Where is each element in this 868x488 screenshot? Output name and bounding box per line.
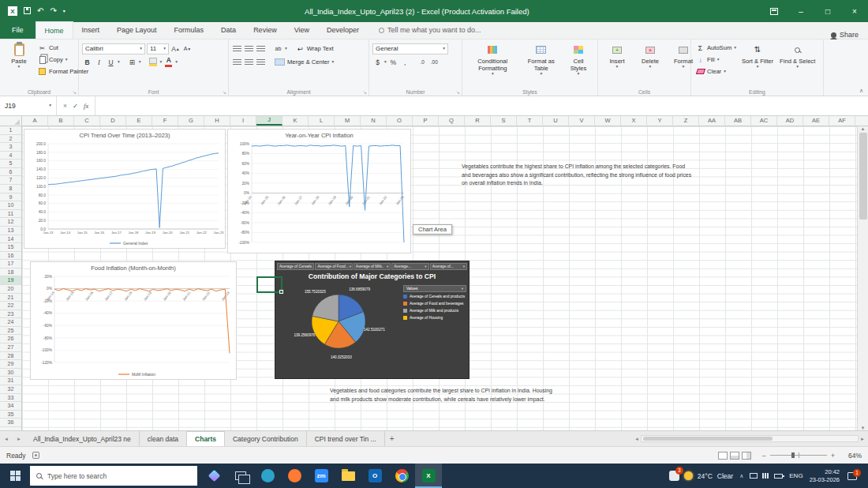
- save-icon[interactable]: [24, 7, 31, 16]
- taskbar-app-firefox[interactable]: [281, 464, 308, 488]
- row-header-13[interactable]: 13: [0, 227, 21, 235]
- row-header-22[interactable]: 22: [0, 302, 21, 310]
- row-header-31[interactable]: 31: [0, 377, 21, 385]
- page-break-view-icon[interactable]: [742, 452, 751, 460]
- row-header-2[interactable]: 2: [0, 135, 21, 144]
- align-top-button[interactable]: [232, 43, 242, 54]
- row-header-24[interactable]: 24: [0, 318, 21, 327]
- hscroll-right-icon[interactable]: ►: [860, 437, 865, 441]
- row-header-10[interactable]: 10: [0, 201, 21, 210]
- font-color-button[interactable]: A: [163, 57, 174, 68]
- tell-me-box[interactable]: Tell me what you want to do...: [379, 21, 481, 39]
- number-dialog-launcher[interactable]: ↘: [456, 89, 460, 95]
- merge-center-button[interactable]: Merge & Center ▾: [273, 56, 335, 68]
- row-header-33[interactable]: 33: [0, 394, 21, 403]
- grid-cells[interactable]: CPI Trend Over Time (2013–2023)200.0180.…: [22, 126, 857, 430]
- column-header-Y[interactable]: Y: [647, 116, 673, 126]
- weather-temp[interactable]: 24°C: [698, 472, 713, 480]
- column-header-N[interactable]: N: [361, 116, 387, 126]
- row-header-25[interactable]: 25: [0, 327, 21, 336]
- percent-style-button[interactable]: %: [388, 57, 398, 68]
- row-header-8[interactable]: 8: [0, 185, 21, 193]
- fill-button[interactable]: ↓ Fill ▾: [694, 54, 738, 66]
- font-size-select[interactable]: 11 ▾: [147, 43, 169, 54]
- qat-customize-icon[interactable]: ▾: [63, 9, 65, 13]
- row-header-16[interactable]: 16: [0, 252, 21, 261]
- sheet-tab-clean-data[interactable]: clean data: [140, 431, 187, 446]
- pivot-field-2[interactable]: Average of Milk..▾: [354, 263, 391, 270]
- column-header-C[interactable]: C: [74, 116, 100, 126]
- wrap-text-button[interactable]: ↩ Wrap Text: [294, 43, 335, 54]
- sheet-nav-left-icon[interactable]: ◄: [0, 431, 13, 446]
- autosum-button[interactable]: Σ AutoSum ▾: [694, 42, 738, 54]
- row-header-23[interactable]: 23: [0, 310, 21, 319]
- row-header-27[interactable]: 27: [0, 343, 21, 352]
- row-header-6[interactable]: 6: [0, 168, 21, 177]
- find-select-button[interactable]: Find & Select ▾: [777, 42, 817, 86]
- horizontal-scroll-thumb[interactable]: [643, 437, 773, 441]
- sheet-tab-category-contribution[interactable]: Category Contribution: [225, 431, 307, 446]
- column-header-AF[interactable]: AF: [829, 116, 855, 126]
- tab-formulas[interactable]: Formulas: [166, 21, 213, 39]
- macro-record-icon[interactable]: [32, 452, 39, 459]
- tray-network-icon[interactable]: [762, 473, 769, 479]
- vertical-scrollbar[interactable]: ▲ ▼: [857, 126, 868, 430]
- redo-icon[interactable]: ↷: [50, 7, 56, 15]
- hscroll-left-icon[interactable]: ◄: [634, 437, 639, 441]
- delete-cells-button[interactable]: × Delete ▾: [634, 42, 666, 86]
- minimize-button[interactable]: –: [788, 0, 814, 22]
- horizontal-scrollbar[interactable]: ◄ ►: [631, 431, 868, 446]
- vertical-scroll-thumb[interactable]: [859, 133, 867, 220]
- zoom-out-icon[interactable]: −: [762, 452, 766, 460]
- column-header-J[interactable]: J: [256, 116, 282, 126]
- column-header-O[interactable]: O: [387, 116, 413, 126]
- row-header-15[interactable]: 15: [0, 243, 21, 252]
- borders-button[interactable]: ⊞: [127, 57, 137, 68]
- row-header-21[interactable]: 21: [0, 294, 21, 302]
- sort-filter-button[interactable]: ⇅ Sort & Filter ▾: [739, 42, 776, 86]
- align-middle-button[interactable]: [244, 43, 254, 54]
- start-button[interactable]: [0, 464, 30, 488]
- underline-button[interactable]: U: [106, 57, 116, 68]
- chart-food-inflation[interactable]: Food Inflation (Month-on-Month)20%0%-20%…: [30, 261, 237, 380]
- column-header-V[interactable]: V: [569, 116, 595, 126]
- column-header-A[interactable]: A: [22, 116, 48, 126]
- column-header-I[interactable]: I: [230, 116, 256, 126]
- taskbar-app-excel[interactable]: X: [415, 464, 442, 488]
- collapse-ribbon-icon[interactable]: ∧: [859, 88, 863, 94]
- zoom-slider[interactable]: [770, 455, 827, 456]
- column-header-G[interactable]: G: [178, 116, 204, 126]
- align-right-button[interactable]: [256, 57, 266, 68]
- row-header-17[interactable]: 17: [0, 260, 21, 268]
- row-header-5[interactable]: 5: [0, 160, 21, 168]
- clear-button[interactable]: Clear ▾: [694, 66, 738, 77]
- format-as-table-button[interactable]: Format as Table ▾: [522, 42, 561, 86]
- close-button[interactable]: ×: [841, 0, 868, 22]
- row-header-4[interactable]: 4: [0, 152, 21, 160]
- normal-view-icon[interactable]: [718, 452, 728, 460]
- paste-button[interactable]: Paste ▾: [3, 42, 35, 86]
- taskbar-app-zoom[interactable]: zm: [308, 464, 335, 488]
- new-sheet-button[interactable]: +: [385, 431, 399, 446]
- tray-clock[interactable]: 20:42 23-03-2026: [810, 468, 840, 484]
- column-header-AD[interactable]: AD: [777, 116, 803, 126]
- taskbar-app-copilot[interactable]: [200, 464, 227, 488]
- page-layout-view-icon[interactable]: [730, 452, 739, 460]
- row-header-26[interactable]: 26: [0, 335, 21, 343]
- row-header-32[interactable]: 32: [0, 385, 21, 394]
- column-header-K[interactable]: K: [282, 116, 309, 126]
- row-header-35[interactable]: 35: [0, 411, 21, 419]
- row-header-30[interactable]: 30: [0, 369, 21, 377]
- pivot-legend-values-button[interactable]: Values▾: [403, 285, 466, 292]
- align-left-button[interactable]: [232, 57, 242, 68]
- enter-icon[interactable]: ✓: [73, 102, 78, 110]
- cell-styles-button[interactable]: Cell Styles ▾: [563, 42, 594, 86]
- orientation-button[interactable]: ab: [273, 43, 283, 54]
- tab-view[interactable]: View: [286, 21, 318, 39]
- zoom-level[interactable]: 64%: [841, 452, 862, 460]
- alignment-dialog-launcher[interactable]: ↘: [363, 89, 367, 95]
- row-header-18[interactable]: 18: [0, 268, 21, 277]
- pivot-field-1[interactable]: Average of Food...▾: [315, 263, 352, 270]
- column-header-B[interactable]: B: [48, 116, 74, 126]
- select-all-corner[interactable]: [0, 116, 22, 126]
